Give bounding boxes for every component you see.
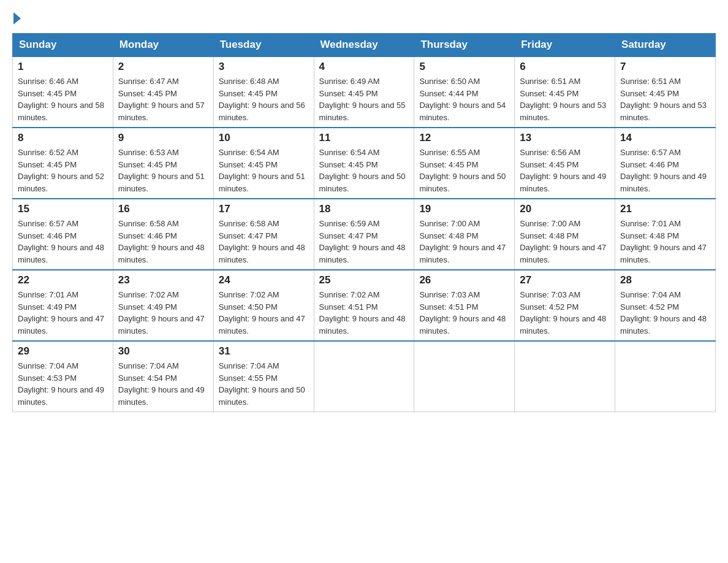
day-number: 4 [319, 61, 409, 73]
day-info: Sunrise: 6:55 AMSunset: 4:45 PMDaylight:… [419, 148, 506, 193]
day-info: Sunrise: 7:02 AMSunset: 4:50 PMDaylight:… [219, 290, 305, 335]
day-info: Sunrise: 6:48 AMSunset: 4:45 PMDaylight:… [219, 77, 305, 122]
day-cell-12: 12 Sunrise: 6:55 AMSunset: 4:45 PMDaylig… [414, 128, 515, 199]
day-number: 21 [620, 203, 710, 215]
day-number: 16 [118, 203, 208, 215]
weekday-header-saturday: Saturday [615, 34, 716, 57]
day-number: 23 [118, 274, 208, 286]
empty-cell [615, 341, 716, 412]
day-cell-18: 18 Sunrise: 6:59 AMSunset: 4:47 PMDaylig… [314, 199, 414, 270]
empty-cell [414, 341, 515, 412]
day-info: Sunrise: 6:52 AMSunset: 4:45 PMDaylight:… [18, 148, 104, 193]
page-header [12, 12, 716, 21]
weekday-header-friday: Friday [515, 34, 615, 57]
day-number: 17 [219, 203, 309, 215]
week-row-2: 8 Sunrise: 6:52 AMSunset: 4:45 PMDayligh… [13, 128, 716, 199]
day-cell-3: 3 Sunrise: 6:48 AMSunset: 4:45 PMDayligh… [213, 56, 314, 128]
day-cell-8: 8 Sunrise: 6:52 AMSunset: 4:45 PMDayligh… [13, 128, 113, 199]
week-row-1: 1 Sunrise: 6:46 AMSunset: 4:45 PMDayligh… [13, 56, 716, 128]
day-info: Sunrise: 6:54 AMSunset: 4:45 PMDaylight:… [219, 148, 305, 193]
day-cell-14: 14 Sunrise: 6:57 AMSunset: 4:46 PMDaylig… [615, 128, 716, 199]
day-number: 9 [118, 132, 208, 144]
week-row-3: 15 Sunrise: 6:57 AMSunset: 4:46 PMDaylig… [13, 199, 716, 270]
week-row-4: 22 Sunrise: 7:01 AMSunset: 4:49 PMDaylig… [13, 270, 716, 341]
day-info: Sunrise: 6:47 AMSunset: 4:45 PMDaylight:… [118, 77, 205, 122]
logo [12, 12, 22, 21]
day-cell-24: 24 Sunrise: 7:02 AMSunset: 4:50 PMDaylig… [213, 270, 314, 341]
day-cell-9: 9 Sunrise: 6:53 AMSunset: 4:45 PMDayligh… [113, 128, 213, 199]
weekday-header-wednesday: Wednesday [314, 34, 414, 57]
day-info: Sunrise: 6:49 AMSunset: 4:45 PMDaylight:… [319, 77, 406, 122]
day-cell-31: 31 Sunrise: 7:04 AMSunset: 4:55 PMDaylig… [213, 341, 314, 412]
day-cell-5: 5 Sunrise: 6:50 AMSunset: 4:44 PMDayligh… [414, 56, 515, 128]
day-cell-13: 13 Sunrise: 6:56 AMSunset: 4:45 PMDaylig… [515, 128, 615, 199]
weekday-header-row: SundayMondayTuesdayWednesdayThursdayFrid… [13, 34, 716, 57]
day-info: Sunrise: 7:03 AMSunset: 4:51 PMDaylight:… [419, 290, 506, 335]
day-cell-10: 10 Sunrise: 6:54 AMSunset: 4:45 PMDaylig… [213, 128, 314, 199]
day-info: Sunrise: 7:00 AMSunset: 4:48 PMDaylight:… [419, 219, 506, 264]
day-cell-27: 27 Sunrise: 7:03 AMSunset: 4:52 PMDaylig… [515, 270, 615, 341]
day-info: Sunrise: 6:53 AMSunset: 4:45 PMDaylight:… [118, 148, 205, 193]
day-info: Sunrise: 6:56 AMSunset: 4:45 PMDaylight:… [520, 148, 606, 193]
day-number: 28 [620, 274, 710, 286]
day-number: 22 [18, 274, 108, 286]
day-cell-4: 4 Sunrise: 6:49 AMSunset: 4:45 PMDayligh… [314, 56, 414, 128]
day-number: 18 [319, 203, 409, 215]
day-cell-28: 28 Sunrise: 7:04 AMSunset: 4:52 PMDaylig… [615, 270, 716, 341]
day-info: Sunrise: 7:04 AMSunset: 4:54 PMDaylight:… [118, 361, 205, 407]
day-info: Sunrise: 6:46 AMSunset: 4:45 PMDaylight:… [18, 77, 104, 122]
day-info: Sunrise: 7:02 AMSunset: 4:51 PMDaylight:… [319, 290, 406, 335]
day-number: 31 [219, 345, 309, 358]
day-cell-30: 30 Sunrise: 7:04 AMSunset: 4:54 PMDaylig… [113, 341, 213, 412]
day-number: 24 [219, 274, 309, 286]
day-info: Sunrise: 7:02 AMSunset: 4:49 PMDaylight:… [118, 290, 205, 335]
day-info: Sunrise: 7:01 AMSunset: 4:48 PMDaylight:… [620, 219, 707, 264]
logo-arrow-icon [13, 12, 21, 25]
day-info: Sunrise: 6:54 AMSunset: 4:45 PMDaylight:… [319, 148, 406, 193]
empty-cell [314, 341, 414, 412]
calendar-table: SundayMondayTuesdayWednesdayThursdayFrid… [12, 33, 716, 412]
day-info: Sunrise: 6:59 AMSunset: 4:47 PMDaylight:… [319, 219, 406, 264]
day-number: 8 [18, 132, 108, 144]
day-number: 5 [419, 61, 509, 73]
day-number: 13 [520, 132, 610, 144]
day-number: 15 [18, 203, 108, 215]
day-info: Sunrise: 6:57 AMSunset: 4:46 PMDaylight:… [18, 219, 104, 264]
day-number: 3 [219, 61, 309, 73]
day-number: 12 [419, 132, 509, 144]
day-cell-26: 26 Sunrise: 7:03 AMSunset: 4:51 PMDaylig… [414, 270, 515, 341]
weekday-header-thursday: Thursday [414, 34, 515, 57]
day-cell-7: 7 Sunrise: 6:51 AMSunset: 4:45 PMDayligh… [615, 56, 716, 128]
day-info: Sunrise: 6:50 AMSunset: 4:44 PMDaylight:… [419, 77, 506, 122]
day-number: 11 [319, 132, 409, 144]
day-number: 1 [18, 61, 108, 73]
weekday-header-tuesday: Tuesday [213, 34, 314, 57]
day-number: 29 [18, 345, 108, 358]
day-info: Sunrise: 7:00 AMSunset: 4:48 PMDaylight:… [520, 219, 606, 264]
day-cell-29: 29 Sunrise: 7:04 AMSunset: 4:53 PMDaylig… [13, 341, 113, 412]
day-info: Sunrise: 6:51 AMSunset: 4:45 PMDaylight:… [520, 77, 606, 122]
day-number: 25 [319, 274, 409, 286]
weekday-header-monday: Monday [113, 34, 213, 57]
day-number: 27 [520, 274, 610, 286]
day-number: 2 [118, 61, 208, 73]
day-info: Sunrise: 7:01 AMSunset: 4:49 PMDaylight:… [18, 290, 104, 335]
day-cell-21: 21 Sunrise: 7:01 AMSunset: 4:48 PMDaylig… [615, 199, 716, 270]
day-cell-19: 19 Sunrise: 7:00 AMSunset: 4:48 PMDaylig… [414, 199, 515, 270]
day-cell-23: 23 Sunrise: 7:02 AMSunset: 4:49 PMDaylig… [113, 270, 213, 341]
day-cell-11: 11 Sunrise: 6:54 AMSunset: 4:45 PMDaylig… [314, 128, 414, 199]
week-row-5: 29 Sunrise: 7:04 AMSunset: 4:53 PMDaylig… [13, 341, 716, 412]
day-info: Sunrise: 6:58 AMSunset: 4:47 PMDaylight:… [219, 219, 305, 264]
day-cell-15: 15 Sunrise: 6:57 AMSunset: 4:46 PMDaylig… [13, 199, 113, 270]
day-number: 6 [520, 61, 610, 73]
day-cell-25: 25 Sunrise: 7:02 AMSunset: 4:51 PMDaylig… [314, 270, 414, 341]
day-info: Sunrise: 7:03 AMSunset: 4:52 PMDaylight:… [520, 290, 606, 335]
day-number: 7 [620, 61, 710, 73]
day-info: Sunrise: 7:04 AMSunset: 4:55 PMDaylight:… [219, 361, 305, 407]
day-number: 30 [118, 345, 208, 358]
day-info: Sunrise: 7:04 AMSunset: 4:53 PMDaylight:… [18, 361, 104, 407]
day-number: 14 [620, 132, 710, 144]
day-number: 20 [520, 203, 610, 215]
day-number: 19 [419, 203, 509, 215]
day-cell-20: 20 Sunrise: 7:00 AMSunset: 4:48 PMDaylig… [515, 199, 615, 270]
